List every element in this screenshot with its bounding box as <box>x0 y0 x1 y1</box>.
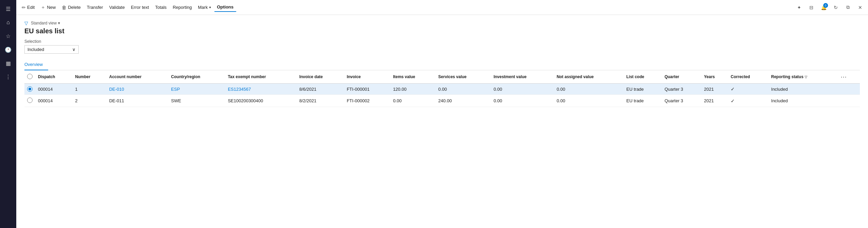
error-text-button[interactable]: Error text <box>128 3 152 12</box>
col-dispatch: Dispatch <box>35 70 72 84</box>
cell-account-number[interactable]: DE-010 <box>106 84 169 95</box>
col-investment-value: Investment value <box>491 70 554 84</box>
validate-button[interactable]: Validate <box>106 3 127 12</box>
col-country-region: Country/region <box>169 70 225 84</box>
close-icon[interactable]: ✕ <box>855 2 865 13</box>
col-reporting-status: Reporting status ▽ <box>768 70 836 84</box>
col-actions: ⋯ <box>836 70 860 84</box>
filter-icon[interactable]: ▽ <box>24 20 28 26</box>
cell-quarter: Quarter 3 <box>662 95 701 107</box>
cell-services-value: 240.00 <box>436 95 491 107</box>
cell-items-value: 120.00 <box>390 84 435 95</box>
mark-button[interactable]: Mark ▾ <box>195 3 214 12</box>
col-invoice: Invoice <box>344 70 390 84</box>
row-radio[interactable] <box>27 86 33 92</box>
cell-invoice: FTI-000002 <box>344 95 390 107</box>
notification-badge: 0 <box>823 3 828 8</box>
workspaces-icon[interactable]: ▦ <box>2 57 14 69</box>
cell-not-assigned-value: 0.00 <box>554 95 624 107</box>
toolbar: ✏ Edit ＋ New 🗑 Delete Transfer Validate … <box>16 0 868 15</box>
col-corrected: Corrected <box>728 70 768 84</box>
cell-items-value: 0.00 <box>390 95 435 107</box>
cell-reporting-status: Included <box>768 95 836 107</box>
cell-country-region[interactable]: ESP <box>169 84 225 95</box>
cell-services-value: 0.00 <box>436 84 491 95</box>
cell-not-assigned-value: 0.00 <box>554 84 624 95</box>
col-account-number: Account number <box>106 70 169 84</box>
selection-chevron-icon: ∨ <box>72 47 76 52</box>
table-header: Dispatch Number Account number Country/r… <box>24 70 860 84</box>
modules-icon[interactable]: ⋮ <box>2 71 14 83</box>
delete-icon: 🗑 <box>62 5 66 10</box>
content-area: ▽ Standard view ▾ EU sales list Selectio… <box>16 15 868 228</box>
panel-toggle-icon[interactable]: ⊟ <box>806 2 816 13</box>
row-radio[interactable] <box>27 98 33 103</box>
new-button[interactable]: ＋ New <box>38 3 58 12</box>
transfer-button[interactable]: Transfer <box>84 3 106 12</box>
cell-invoice-date: 8/2/2021 <box>297 95 344 107</box>
refresh-icon[interactable]: ↻ <box>831 2 841 13</box>
col-not-assigned-value: Not assigned value <box>554 70 624 84</box>
cell-years: 2021 <box>701 95 728 107</box>
edit-button[interactable]: ✏ Edit <box>19 3 37 12</box>
col-quarter: Quarter <box>662 70 701 84</box>
favorites-icon[interactable]: ☆ <box>2 30 14 42</box>
select-all-radio[interactable] <box>27 74 33 79</box>
table-row[interactable]: 000014 2 DE-011 SWE SE100200300400 8/2/2… <box>24 95 860 107</box>
cell-investment-value: 0.00 <box>491 84 554 95</box>
sparkle-icon[interactable]: ✦ <box>794 2 804 13</box>
recent-icon[interactable]: 🕐 <box>2 43 14 56</box>
delete-button[interactable]: 🗑 Delete <box>59 3 83 12</box>
col-services-value: Services value <box>436 70 491 84</box>
edit-icon: ✏ <box>22 5 26 10</box>
view-selector[interactable]: Standard view ▾ <box>31 21 60 25</box>
selection-label: Selection <box>24 39 860 44</box>
menu-icon[interactable]: ☰ <box>2 3 14 15</box>
toolbar-right: ✦ ⊟ 🔔 0 ↻ ⧉ ✕ <box>794 2 865 13</box>
tab-overview[interactable]: Overview <box>24 59 48 70</box>
col-select <box>24 70 35 84</box>
tab-bar: Overview <box>24 59 860 70</box>
selection-dropdown[interactable]: Included ∨ <box>24 45 79 54</box>
col-invoice-date: Invoice date <box>297 70 344 84</box>
restore-icon[interactable]: ⧉ <box>843 2 853 13</box>
row-select-cell[interactable] <box>24 84 35 95</box>
col-years: Years <box>701 70 728 84</box>
cell-years: 2021 <box>701 84 728 95</box>
table-row[interactable]: 000014 1 DE-010 ESP ES1234567 8/6/2021 F… <box>24 84 860 95</box>
col-tax-exempt-number: Tax exempt number <box>225 70 297 84</box>
selection-value: Included <box>27 47 44 52</box>
reporting-status-filter-icon[interactable]: ▽ <box>805 75 807 79</box>
cell-quarter: Quarter 3 <box>662 84 701 95</box>
main-area: ✏ Edit ＋ New 🗑 Delete Transfer Validate … <box>16 0 868 228</box>
cell-country-region: SWE <box>169 95 225 107</box>
cell-account-number: DE-011 <box>106 95 169 107</box>
mark-chevron-icon: ▾ <box>209 5 211 9</box>
totals-button[interactable]: Totals <box>152 3 169 12</box>
cell-investment-value: 0.00 <box>491 95 554 107</box>
notification-container: 🔔 0 <box>818 2 829 13</box>
page-title: EU sales list <box>24 27 860 35</box>
cell-number: 1 <box>72 84 106 95</box>
col-number: Number <box>72 70 106 84</box>
options-button[interactable]: Options <box>214 3 236 12</box>
view-chevron-icon: ▾ <box>58 21 60 25</box>
cell-actions <box>836 84 860 95</box>
column-options-button[interactable]: ⋯ <box>839 73 848 81</box>
reporting-button[interactable]: Reporting <box>170 3 194 12</box>
cell-dispatch: 000014 <box>35 84 72 95</box>
col-list-code: List code <box>624 70 662 84</box>
home-icon[interactable]: ⌂ <box>2 16 14 29</box>
row-select-cell[interactable] <box>24 95 35 107</box>
cell-list-code: EU trade <box>624 84 662 95</box>
col-items-value: Items value <box>390 70 435 84</box>
cell-corrected: ✓ <box>728 95 768 107</box>
cell-tax-exempt-number[interactable]: ES1234567 <box>225 84 297 95</box>
left-navigation: ☰ ⌂ ☆ 🕐 ▦ ⋮ <box>0 0 16 228</box>
eu-sales-table: Dispatch Number Account number Country/r… <box>24 70 860 107</box>
cell-invoice: FTI-000001 <box>344 84 390 95</box>
table-body: 000014 1 DE-010 ESP ES1234567 8/6/2021 F… <box>24 84 860 107</box>
cell-list-code: EU trade <box>624 95 662 107</box>
cell-reporting-status: Included <box>768 84 836 95</box>
table-container: Dispatch Number Account number Country/r… <box>24 70 860 228</box>
